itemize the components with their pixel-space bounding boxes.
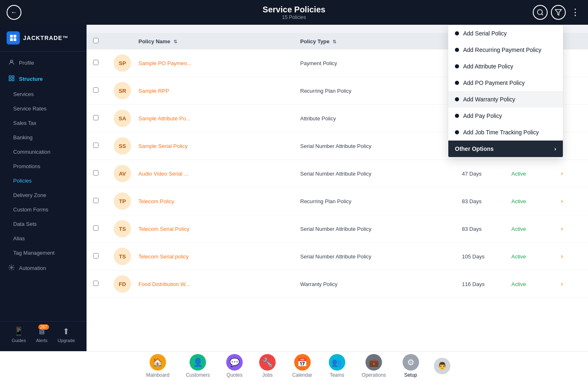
row-checkbox[interactable] [93,115,114,122]
sidebar-item-custom-forms[interactable]: Custom Forms [0,202,87,217]
sidebar-item-banking[interactable]: Banking [0,130,87,145]
row-policy-type: Serial Number Attribute Policy [300,253,462,260]
sidebar-item-communication[interactable]: Communication [0,145,87,159]
tab-operations[interactable]: 💼 Operations [354,351,394,380]
row-checkbox[interactable] [93,198,114,204]
row-checkbox[interactable] [93,143,114,149]
tab-customers[interactable]: 👤 Customers [178,351,218,380]
select-all-checkbox[interactable] [93,38,98,43]
row-checkbox[interactable] [93,281,114,287]
row-checkbox[interactable] [93,87,114,94]
sidebar-item-services[interactable]: Services [0,87,87,101]
alerts-button[interactable]: 🖥 267 Alerts [36,327,47,343]
policy-type-header[interactable]: Policy Type ⇅ [300,38,462,45]
sidebar-item-automation[interactable]: Automation [0,260,87,276]
checkbox-header[interactable] [93,38,114,45]
sidebar-item-tag-management[interactable]: Tag Management [0,246,87,260]
row-action[interactable]: › [561,280,581,288]
row-policy-name[interactable]: Sample Serial Policy [138,143,300,149]
customers-icon: 👤 [190,354,206,371]
avatar: TS [114,220,131,237]
row-action[interactable]: › [561,225,581,232]
row-policy-type: Serial Number Attribute Policy [300,226,462,232]
operations-icon: 💼 [365,354,382,371]
policy-name-sort-icon[interactable]: ⇅ [173,39,177,44]
sidebar-item-profile[interactable]: Profile [0,55,87,71]
row-policy-name[interactable]: Telecom Serial policy [138,253,300,260]
other-options-button[interactable]: Other Options › [448,141,563,157]
alerts-badge: 267 [38,324,49,330]
tab-jobs[interactable]: 🔧 Jobs [251,351,284,380]
guides-icon: 📱 [14,326,24,336]
sidebar-item-data-sets[interactable]: Data Sets [0,217,87,231]
filter-button[interactable] [551,5,566,20]
sidebar-item-alias[interactable]: Alias [0,231,87,246]
search-button[interactable] [533,5,548,20]
add-pay-policy-item[interactable]: Add Pay Policy [448,108,563,124]
upgrade-button[interactable]: ⬆ Upgrade [58,326,75,343]
row-avatar: AV [114,165,138,182]
row-age: 116 Days [462,281,511,287]
row-policy-name[interactable]: Telecom Policy [138,198,300,204]
sidebar-item-policies[interactable]: Policies [0,174,87,188]
guides-button[interactable]: 📱 Guides [12,326,26,343]
chevron-right-icon[interactable]: › [561,197,563,204]
row-policy-name[interactable]: Food Distribution W... [138,281,300,287]
chevron-right-icon[interactable]: › [561,225,563,232]
quotes-icon: 💬 [226,354,243,371]
add-attribute-policy-item[interactable]: Add Attribute Policy [448,58,563,75]
sidebar-item-service-rates[interactable]: Service Rates [0,101,87,116]
chevron-right-icon[interactable]: › [561,170,563,177]
row-action[interactable]: › [561,142,581,150]
dot-icon [455,130,459,134]
row-action[interactable]: › [561,87,581,94]
row-policy-name[interactable]: Sample Attribute Po... [138,115,300,122]
row-status: Active [511,281,561,287]
logo-icon [7,31,20,45]
policy-name-header[interactable]: Policy Name ⇅ [138,38,300,45]
header-actions: ⋮ [533,5,581,20]
sidebar-logo: JACKTRADE™ [0,25,87,52]
title-block: Service Policies 15 Policies [262,5,325,20]
policy-type-sort-icon[interactable]: ⇅ [333,39,336,44]
row-checkbox[interactable] [93,253,114,260]
sidebar-item-delivery-zone[interactable]: Delivery Zone [0,188,87,202]
row-action[interactable]: › [561,115,581,122]
more-options-button[interactable]: ⋮ [569,5,581,19]
add-warranty-policy-item[interactable]: Add Warranty Policy [448,91,563,108]
tab-mainboard[interactable]: 🏠 Mainboard [138,351,178,380]
row-action[interactable]: › [561,59,581,67]
row-avatar: SA [114,110,138,127]
row-policy-name[interactable]: Sample PO Paymen... [138,60,300,66]
row-checkbox[interactable] [93,225,114,232]
add-po-payment-item[interactable]: Add PO Payment Policy [448,75,563,91]
row-action[interactable]: › [561,253,581,260]
row-checkbox[interactable] [93,60,114,66]
row-policy-name[interactable]: Telecom Serial Policy [138,226,300,232]
row-action[interactable]: › [561,170,581,177]
back-button[interactable]: ← [7,5,21,20]
dot-icon [455,64,459,68]
avatar: TP [114,192,131,210]
row-checkbox[interactable] [93,170,114,177]
tab-quotes[interactable]: 💬 Quotes [218,351,251,380]
tab-setup[interactable]: ⚙ Setup [394,351,427,380]
add-job-time-item[interactable]: Add Job Time Tracking Policy [448,124,563,141]
sidebar-item-promotions[interactable]: Promotions [0,159,87,174]
chevron-right-icon[interactable]: › [561,280,563,287]
dropdown-scroll: Add Serial Policy Add Recurring Payment … [448,25,563,141]
add-recurring-payment-item[interactable]: Add Recurring Payment Policy [448,42,563,58]
row-policy-name[interactable]: Audio Video Serial ... [138,171,300,177]
page-subtitle: 15 Policies [262,14,325,20]
user-avatar[interactable]: 👨 [434,358,450,374]
chevron-right-icon[interactable]: › [561,253,563,260]
row-status: Active [511,226,561,232]
row-policy-name[interactable]: Sample RPP [138,88,300,94]
add-serial-policy-item[interactable]: Add Serial Policy [448,25,563,42]
sidebar-item-sales-tax[interactable]: Sales Tax [0,116,87,130]
row-action[interactable]: › [561,197,581,205]
tab-calendar[interactable]: 📅 Calendar [284,351,321,380]
sidebar-section-structure[interactable]: Structure [0,71,87,87]
tab-teams[interactable]: 👥 Teams [321,351,354,380]
row-age: 83 Days [462,226,511,232]
